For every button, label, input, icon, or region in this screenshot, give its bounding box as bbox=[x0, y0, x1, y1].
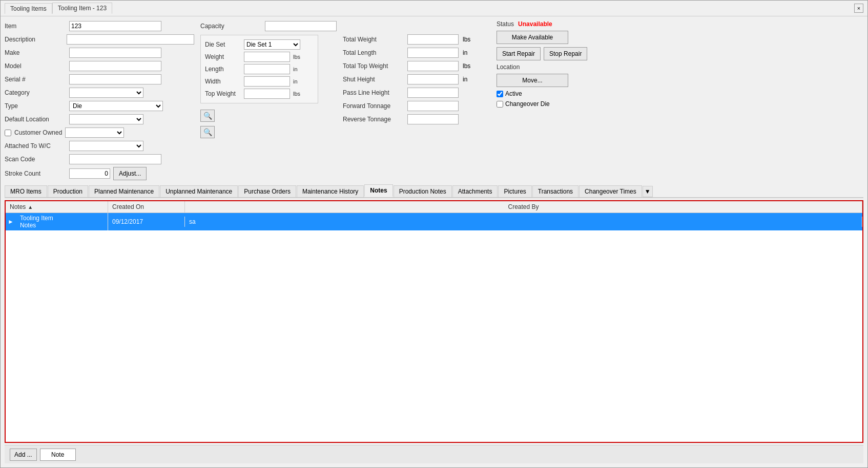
notes-table: Notes ▲ Created On Created By ► Tooling … bbox=[5, 200, 863, 443]
tab-tooling-item-123[interactable]: Tooling Item - 123 bbox=[52, 3, 112, 14]
make-input[interactable] bbox=[69, 48, 161, 58]
stop-repair-button[interactable]: Stop Repair bbox=[544, 47, 587, 60]
tab-purchase-orders[interactable]: Purchase Orders bbox=[238, 185, 296, 197]
tab-production-notes[interactable]: Production Notes bbox=[394, 185, 452, 197]
row-notes: Tooling ItemNotes bbox=[16, 213, 108, 230]
shut-height-input[interactable] bbox=[407, 74, 459, 84]
die-set-box: Die Set Die Set 1 Die Set 2 Weight lbs L… bbox=[200, 35, 318, 103]
shut-height-row: Shut Height in bbox=[343, 74, 486, 85]
active-label: Active bbox=[505, 90, 522, 97]
search-icon-btn2[interactable]: 🔍 bbox=[200, 126, 215, 138]
top-weight-unit: lbs bbox=[293, 91, 300, 97]
tab-attachments[interactable]: Attachments bbox=[452, 185, 498, 197]
capacity-input[interactable] bbox=[265, 21, 337, 31]
tab-pictures[interactable]: Pictures bbox=[498, 185, 531, 197]
serial-input[interactable] bbox=[69, 74, 161, 84]
stroke-count-input[interactable] bbox=[69, 168, 110, 179]
tab-mro-items[interactable]: MRO Items bbox=[5, 185, 47, 197]
top-weight-row: Top Weight lbs bbox=[205, 89, 314, 99]
total-length-label: Total Length bbox=[343, 49, 404, 56]
col-header-created-by: Created By bbox=[185, 201, 862, 212]
tab-production[interactable]: Production bbox=[48, 185, 88, 197]
default-location-label: Default Location bbox=[5, 116, 66, 123]
tab-planned-maintenance[interactable]: Planned Maintenance bbox=[89, 185, 159, 197]
customer-owned-checkbox[interactable] bbox=[5, 130, 11, 136]
attached-wc-dropdown[interactable] bbox=[69, 141, 143, 151]
total-weight-unit: lbs bbox=[463, 36, 470, 43]
start-repair-button[interactable]: Start Repair bbox=[497, 47, 541, 60]
tab-tooling-items[interactable]: Tooling Items bbox=[5, 3, 52, 14]
table-body: ► Tooling ItemNotes 09/12/2017 sa bbox=[6, 213, 862, 442]
reverse-tonnage-input[interactable] bbox=[407, 114, 459, 124]
main-window: Tooling Items Tooling Item - 123 × Item … bbox=[0, 0, 868, 468]
changeover-die-checkbox[interactable] bbox=[497, 101, 503, 108]
tab-transactions[interactable]: Transactions bbox=[532, 185, 578, 197]
item-input[interactable] bbox=[69, 21, 161, 31]
type-dropdown[interactable]: Die bbox=[69, 101, 163, 111]
customer-owned-dropdown[interactable] bbox=[65, 127, 124, 138]
total-weight-label: Total Weight bbox=[343, 36, 404, 43]
description-row: Description bbox=[5, 34, 194, 45]
length-unit: in bbox=[293, 66, 298, 72]
forward-tonnage-row: Forward Tonnage bbox=[343, 100, 486, 112]
tab-maintenance-history[interactable]: Maintenance History bbox=[297, 185, 364, 197]
customer-owned-row: Customer Owned bbox=[5, 127, 194, 138]
pass-line-input[interactable] bbox=[407, 88, 459, 98]
tab-overflow-button[interactable]: ▼ bbox=[643, 186, 653, 197]
close-button[interactable]: × bbox=[854, 4, 863, 13]
total-length-row: Total Length in bbox=[343, 47, 486, 58]
top-weight-input[interactable] bbox=[244, 89, 290, 99]
tab-notes[interactable]: Notes bbox=[364, 184, 392, 197]
status-value: Unavailable bbox=[518, 20, 552, 28]
customer-owned-label: Customer Owned bbox=[14, 129, 62, 136]
description-input[interactable] bbox=[67, 34, 194, 45]
sort-arrow-icon: ▲ bbox=[28, 204, 33, 210]
serial-label: Serial # bbox=[5, 76, 66, 83]
add-button[interactable]: Add ... bbox=[10, 449, 37, 461]
col-header-created-on: Created On bbox=[108, 201, 185, 212]
tab-unplanned-maintenance[interactable]: Unplanned Maintenance bbox=[160, 185, 238, 197]
length-row: Length in bbox=[205, 64, 314, 74]
adjust-button[interactable]: Adjust... bbox=[113, 167, 147, 180]
length-input[interactable] bbox=[244, 64, 290, 74]
weight-unit: lbs bbox=[293, 54, 300, 60]
default-location-dropdown[interactable] bbox=[69, 114, 143, 124]
stroke-count-label: Stroke Count bbox=[5, 170, 66, 177]
move-button[interactable]: Move... bbox=[497, 74, 568, 87]
changeover-die-row: Changeover Die bbox=[497, 100, 609, 108]
capacity-label: Capacity bbox=[200, 23, 262, 30]
scan-code-input[interactable] bbox=[69, 154, 161, 164]
repair-buttons: Start Repair Stop Repair bbox=[497, 47, 609, 60]
width-input[interactable] bbox=[244, 76, 290, 87]
total-top-weight-input[interactable] bbox=[407, 61, 459, 71]
make-available-button[interactable]: Make Available bbox=[497, 31, 568, 44]
die-set-dropdown[interactable]: Die Set 1 Die Set 2 bbox=[244, 39, 300, 50]
reverse-tonnage-row: Reverse Tonnage bbox=[343, 114, 486, 125]
table-row[interactable]: ► Tooling ItemNotes 09/12/2017 sa bbox=[6, 213, 862, 230]
total-weight-input[interactable] bbox=[407, 34, 459, 45]
changeover-die-label: Changeover Die bbox=[505, 100, 550, 108]
active-checkbox[interactable] bbox=[497, 91, 503, 97]
icon-buttons: 🔍 🔍 bbox=[200, 108, 337, 138]
category-label: Category bbox=[5, 89, 66, 96]
attached-wc-row: Attached To W/C bbox=[5, 140, 194, 152]
weight-input[interactable] bbox=[244, 52, 290, 62]
note-button[interactable]: Note bbox=[40, 449, 76, 461]
total-weight-row: Total Weight lbs bbox=[343, 34, 486, 45]
search-icon-btn1[interactable]: 🔍 bbox=[200, 110, 215, 122]
stroke-count-row: Stroke Count Adjust... bbox=[5, 167, 194, 180]
die-set-row: Die Set Die Set 1 Die Set 2 bbox=[205, 39, 314, 50]
total-length-unit: in bbox=[463, 49, 467, 56]
right-fields: Total Weight lbs Total Length in Total T… bbox=[343, 20, 486, 180]
type-row: Type Die bbox=[5, 100, 194, 112]
left-column: Item Description Make Model Serial # bbox=[5, 20, 194, 180]
tab-changeover-times[interactable]: Changeover Times bbox=[579, 185, 642, 197]
category-dropdown[interactable] bbox=[69, 88, 143, 98]
row-expand-icon[interactable]: ► bbox=[6, 218, 16, 225]
default-location-row: Default Location bbox=[5, 114, 194, 125]
forward-tonnage-input[interactable] bbox=[407, 101, 459, 111]
model-row: Model bbox=[5, 60, 194, 72]
model-input[interactable] bbox=[69, 61, 161, 71]
total-length-input[interactable] bbox=[407, 48, 459, 58]
main-content: Item Description Make Model Serial # bbox=[1, 16, 867, 467]
